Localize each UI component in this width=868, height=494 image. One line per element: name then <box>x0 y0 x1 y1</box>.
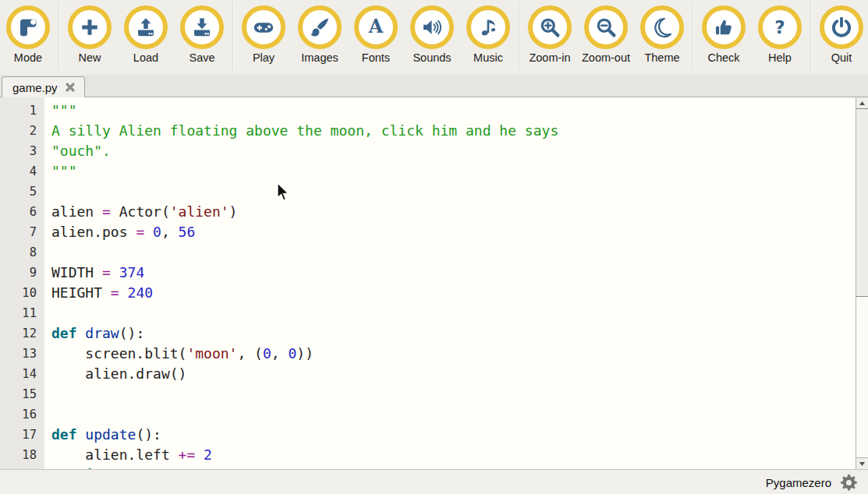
toolbar-button-check[interactable]: Check <box>696 0 752 64</box>
toolbar-button-label: Sounds <box>413 51 451 64</box>
code-text <box>44 404 51 425</box>
new-icon <box>78 16 101 39</box>
toolbar-button-label: Mode <box>14 51 42 64</box>
line-number: 2 <box>0 121 44 141</box>
moon-icon <box>650 16 674 39</box>
code-text: alien.left += 2 <box>44 445 212 465</box>
toolbar-button-images[interactable]: Images <box>292 0 348 64</box>
toolbar-button-play[interactable]: Play <box>236 0 292 64</box>
mode-indicator: Pygamezero <box>766 476 831 489</box>
code-text: """ <box>44 101 77 121</box>
code-text <box>44 182 51 202</box>
code-editor[interactable]: 1"""2A silly Alien floating above the mo… <box>0 97 868 469</box>
code-line: 10HEIGHT = 240 <box>0 283 855 303</box>
toolbar-button-save[interactable]: Save <box>174 0 230 64</box>
code-line: 17def update(): <box>0 425 855 445</box>
line-number: 11 <box>0 303 44 323</box>
scrollbar-thumb[interactable] <box>856 108 868 297</box>
code-line: 7alien.pos = 0, 56 <box>0 222 855 242</box>
toolbar-button-label: Check <box>707 51 739 64</box>
code-line: 16 <box>0 404 855 425</box>
scroll-down-button[interactable] <box>856 457 868 469</box>
toolbar-button-label: Images <box>301 51 338 64</box>
code-line: 6alien = Actor('alien') <box>0 202 855 222</box>
svg-text:A: A <box>368 16 384 37</box>
toolbar-button-music[interactable]: Music <box>460 0 516 64</box>
code-text: A silly Alien floating above the moon, c… <box>44 121 558 141</box>
magnifier-minus-icon <box>594 16 618 39</box>
code-text: alien.pos = 0, 56 <box>44 222 195 242</box>
code-text <box>44 242 51 263</box>
tab-game-py[interactable]: game.py <box>2 76 85 97</box>
toolbar-button-label: Play <box>253 51 275 64</box>
speaker-icon-ring <box>410 5 454 49</box>
code-text: alien.draw() <box>44 364 186 384</box>
question-icon-ring: ? <box>758 5 802 49</box>
code-line: 1""" <box>0 101 855 121</box>
code-text <box>44 384 51 404</box>
scroll-up-button[interactable] <box>856 97 868 109</box>
line-number: 14 <box>0 364 44 384</box>
vertical-scrollbar[interactable] <box>856 97 868 469</box>
mu-editor-window: ModeNewLoadSavePlayImagesAFontsSoundsMus… <box>0 0 868 494</box>
toolbar-button-label: Load <box>133 51 158 64</box>
toolbar-separator <box>232 2 233 69</box>
code-text: WIDTH = 374 <box>44 263 144 283</box>
code-text <box>44 303 51 323</box>
code-line: 12def draw(): <box>0 323 855 344</box>
code-line: 19 if alien.left > WIDTH: <box>0 465 855 469</box>
line-number: 12 <box>0 323 44 344</box>
code-line: 5 <box>0 182 855 202</box>
toolbar-button-sounds[interactable]: Sounds <box>404 0 460 64</box>
code-line: 8 <box>0 242 855 263</box>
load-icon-ring <box>124 5 168 49</box>
mode-icon <box>16 16 40 39</box>
mode-icon-ring <box>6 5 50 49</box>
gear-icon[interactable] <box>839 473 859 492</box>
line-number: 19 <box>0 465 44 469</box>
close-icon[interactable] <box>65 82 76 93</box>
magnifier-plus-icon-ring <box>528 5 572 49</box>
code-text: def update(): <box>44 425 161 445</box>
toolbar-button-load[interactable]: Load <box>118 0 174 64</box>
gamepad-icon-ring <box>242 5 285 49</box>
save-icon-ring <box>180 5 224 49</box>
toolbar-button-label: Zoom-out <box>582 51 630 64</box>
code-line: 4""" <box>0 161 855 182</box>
power-icon <box>830 16 853 39</box>
thumbs-up-icon <box>712 16 735 39</box>
status-bar: Pygamezero <box>0 469 868 494</box>
toolbar-button-zoom-out[interactable]: Zoom-out <box>578 0 634 64</box>
toolbar-separator <box>693 2 693 69</box>
gamepad-icon <box>252 16 275 39</box>
toolbar-button-label: Quit <box>831 51 852 64</box>
code-text: alien = Actor('alien') <box>44 202 237 222</box>
toolbar-button-mode[interactable]: Mode <box>0 0 56 64</box>
letter-a-icon: A <box>364 16 388 39</box>
toolbar-button-fonts[interactable]: AFonts <box>348 0 404 64</box>
toolbar-button-zoom-in[interactable]: Zoom-in <box>522 0 578 64</box>
toolbar-button-label: Save <box>189 51 214 64</box>
line-number: 8 <box>0 242 44 263</box>
toolbar: ModeNewLoadSavePlayImagesAFontsSoundsMus… <box>0 0 868 75</box>
thumbs-up-icon-ring <box>702 5 746 49</box>
line-number: 9 <box>0 263 44 283</box>
code-text: def draw(): <box>44 323 144 344</box>
toolbar-button-help[interactable]: ?Help <box>752 0 808 64</box>
toolbar-button-label: Theme <box>644 51 679 64</box>
toolbar-button-label: Music <box>473 51 503 64</box>
paintbrush-icon <box>308 16 331 39</box>
line-number: 17 <box>0 425 44 445</box>
toolbar-button-quit[interactable]: Quit <box>813 0 868 64</box>
line-number: 18 <box>0 445 44 465</box>
line-number: 3 <box>0 141 44 161</box>
line-number: 13 <box>0 344 44 364</box>
power-icon-ring <box>820 5 863 49</box>
toolbar-button-new[interactable]: New <box>62 0 118 64</box>
toolbar-button-theme[interactable]: Theme <box>634 0 690 64</box>
code-lines: 1"""2A silly Alien floating above the mo… <box>0 101 855 469</box>
code-text: if alien.left > WIDTH: <box>44 465 271 469</box>
magnifier-minus-icon-ring <box>584 5 628 49</box>
toolbar-button-label: Fonts <box>362 51 390 64</box>
line-number: 10 <box>0 283 44 303</box>
